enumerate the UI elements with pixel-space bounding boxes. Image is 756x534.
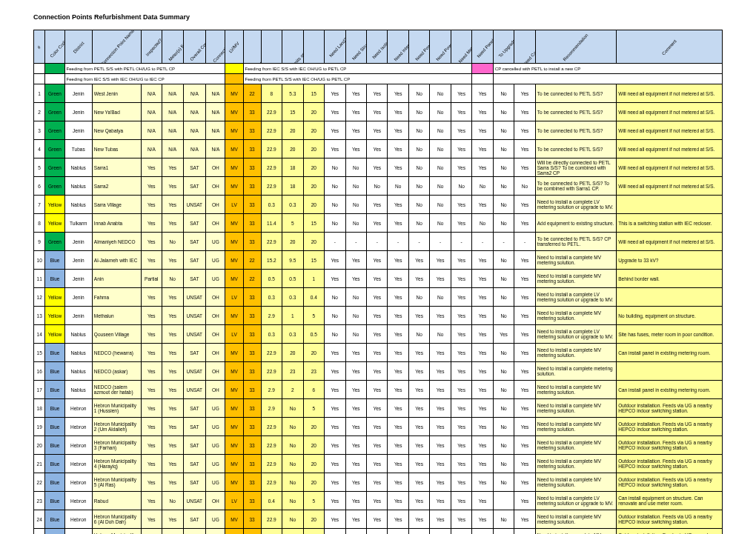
cell-lv: MV — [225, 510, 243, 529]
cell-vt: No — [408, 196, 429, 214]
cell-d: Nablus — [64, 158, 92, 177]
cell-o: N/A — [183, 121, 206, 140]
cell-o: UNSAT — [183, 362, 206, 381]
cell-str: - — [345, 233, 366, 251]
cell-m: Yes — [162, 436, 183, 455]
cell-cm: Outdoor installation. Feeds via UG a nea… — [617, 510, 723, 529]
cell-load: 20 — [303, 121, 324, 140]
cell-str: No — [345, 196, 366, 214]
cell-cp: Hebron Municipality 3 (Farhan) — [92, 436, 141, 455]
table-row: 17BlueNablusNEDCO (salem azmoot der hata… — [34, 381, 723, 399]
cell-rec: Need to install a complete MV metering s… — [535, 529, 617, 535]
cell-int: Yes — [388, 288, 408, 307]
cell-ct: Yes — [430, 436, 451, 455]
cell-n: 15 — [34, 344, 45, 362]
cell-int: Yes — [388, 436, 408, 455]
cell-str: Yes — [345, 510, 366, 529]
cell-cm: No building, equipment on structure. — [617, 307, 723, 325]
cell-load: 5 — [303, 399, 324, 418]
cell-iso: Yes — [366, 381, 387, 399]
cell-met: Yes — [451, 510, 471, 529]
cell-n: 14 — [34, 325, 45, 344]
cell-n: 13 — [34, 307, 45, 325]
cell-n: 18 — [34, 399, 45, 418]
cell-iso: Yes — [366, 529, 387, 535]
cell-lim: 5 — [282, 214, 303, 233]
cell-met: Yes — [451, 214, 471, 233]
cell-vt: Yes — [408, 381, 429, 399]
cell-cm: Will need all equipment if not metered a… — [617, 140, 723, 158]
cell-v: 33 — [243, 140, 261, 158]
cell-lim: No — [282, 399, 303, 418]
cell-lv: MV — [225, 84, 243, 103]
cell-cm: Outdoor installation. Feeds via UG a nea… — [617, 399, 723, 418]
cell-land: Yes — [325, 455, 345, 473]
cell-rec: To be connected to PETL S/S? To be combi… — [535, 177, 617, 196]
cell-upg: No — [493, 381, 514, 399]
cell-str: No — [345, 214, 366, 233]
cell-i: Partial — [141, 529, 162, 535]
cell-lv: MV — [225, 473, 243, 492]
cell-cs: UG — [206, 455, 225, 473]
cell-vt: - — [408, 233, 429, 251]
cell-upg: Yes — [493, 325, 514, 344]
cell-o: SAT — [183, 399, 206, 418]
cell-met: Yes — [451, 436, 471, 455]
col-header: Need Structure? — [345, 30, 366, 64]
cell-cs: OH — [206, 307, 225, 325]
col-header: Need Meters (2 no.) — [451, 30, 471, 64]
cell-o: SAT — [183, 214, 206, 233]
cell-pan: Yes — [472, 510, 493, 529]
cell-m: N/A — [162, 84, 183, 103]
cell-lv: MV — [225, 140, 243, 158]
cell-rec: Need to install a complete MV metering s… — [535, 251, 617, 270]
cell-upg: No — [493, 455, 514, 473]
cell-land: - — [325, 233, 345, 251]
cell-iso: Yes — [366, 121, 387, 140]
cell-str: No — [345, 325, 366, 344]
cell-iso: Yes — [366, 473, 387, 492]
cell-upg: No — [493, 158, 514, 177]
cell-cp: Anin — [92, 270, 141, 288]
cell-lv: MV — [225, 103, 243, 121]
cell-str: Yes — [345, 84, 366, 103]
cell-cs: UG — [206, 233, 225, 251]
col-header: Need Isolator? — [366, 30, 387, 64]
page-title: Connection Points Refurbishment Data Sum… — [33, 13, 723, 21]
cell-com: Yes — [514, 455, 535, 473]
table-row: 2GreenJeninNew Ya'BadN/AN/AN/AN/AMV3322.… — [34, 103, 723, 121]
cell-cp: Hebron Municipality 2 (Um Aldalieh) — [92, 418, 141, 436]
cell-land: No — [325, 288, 345, 307]
cell-ct: No — [430, 121, 451, 140]
cell-upg: No — [493, 251, 514, 270]
cell-str: Yes — [345, 103, 366, 121]
cell-com: No — [514, 177, 535, 196]
cell-lv: MV — [225, 233, 243, 251]
col-header: Overall Condition — [183, 30, 206, 64]
cell-i: Yes — [141, 288, 162, 307]
cell-cap: 22.9 — [261, 362, 282, 381]
cell-cc: Green — [45, 177, 64, 196]
cell-upg: - — [493, 233, 514, 251]
cell-lv: MV — [225, 362, 243, 381]
cell-v: 33 — [243, 362, 261, 381]
cell-pan: Yes — [472, 418, 493, 436]
cell-lim: 20 — [282, 233, 303, 251]
cell-str: Yes — [345, 436, 366, 455]
col-header: LV/MV — [225, 30, 243, 64]
table-row: 16BlueNablusNEDCO (askar)YesYesUNSATOHMV… — [34, 362, 723, 381]
cell-i: Yes — [141, 158, 162, 177]
cell-load: 20 — [303, 436, 324, 455]
cell-v: 33 — [243, 529, 261, 535]
cell-m: Yes — [162, 381, 183, 399]
cell-str: Yes — [345, 121, 366, 140]
cell-iso: Yes — [366, 196, 387, 214]
cell-ct: Yes — [430, 270, 451, 288]
cell-str: Yes — [345, 529, 366, 535]
cell-cc: Yellow — [45, 214, 64, 233]
cell-v: 22 — [243, 251, 261, 270]
cell-com: Yes — [514, 473, 535, 492]
cell-ct: Yes — [430, 529, 451, 535]
cell-m: Yes — [162, 288, 183, 307]
table-row: 4GreenTubasNew TubasN/AN/AN/AN/AMV3322.9… — [34, 140, 723, 158]
